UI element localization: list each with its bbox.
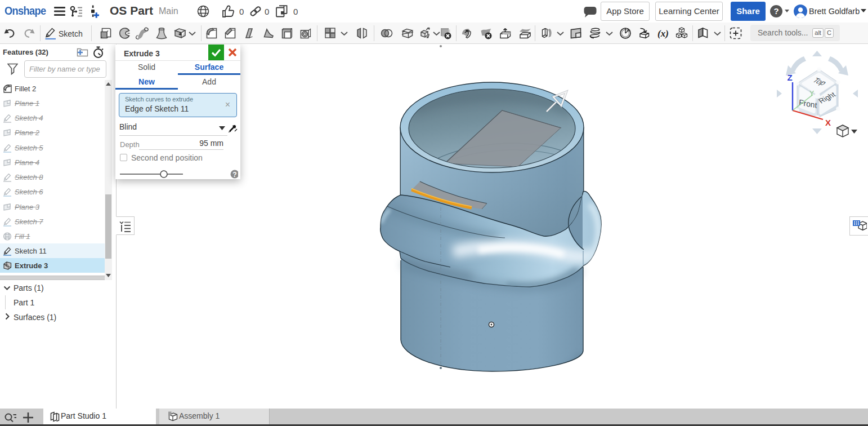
svg-text:X: X <box>825 118 831 127</box>
svg-text:?: ? <box>232 171 236 179</box>
svg-text:?: ? <box>773 6 778 16</box>
svg-text:Z: Z <box>787 73 792 82</box>
svg-text:(x): (x) <box>657 28 669 39</box>
svg-text:Y: Y <box>809 89 815 97</box>
